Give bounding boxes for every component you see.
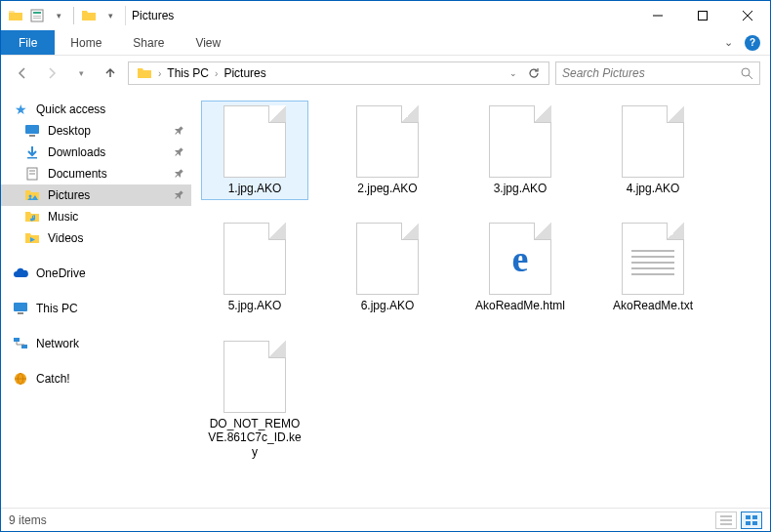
status-bar: 9 items: [1, 508, 770, 531]
sidebar-label: OneDrive: [36, 266, 86, 280]
nav-up-button[interactable]: [99, 61, 122, 85]
file-item[interactable]: DO_NOT_REMOVE.861C7c_ID.key: [201, 336, 308, 464]
window-title: Pictures: [126, 9, 174, 22]
nav-forward-button[interactable]: [40, 61, 63, 85]
file-item[interactable]: 1.jpg.AKO: [201, 101, 308, 200]
file-thumb: [356, 223, 419, 295]
music-icon: [24, 209, 40, 225]
address-dropdown-icon[interactable]: ⌄: [509, 68, 517, 78]
file-name-label: 3.jpg.AKO: [494, 182, 548, 195]
svg-rect-12: [27, 157, 37, 159]
sidebar-item-music[interactable]: Music: [1, 206, 191, 227]
file-name-label: AkoReadMe.html: [475, 299, 565, 312]
breadcrumb-seg-0[interactable]: This PC: [163, 66, 213, 80]
file-item[interactable]: AkoReadMe.txt: [599, 218, 707, 317]
sidebar-item-downloads[interactable]: Downloads: [1, 142, 191, 163]
titlebar-chevron-icon[interactable]: ▾: [101, 7, 119, 24]
sidebar-item-desktop[interactable]: Desktop: [1, 120, 191, 142]
file-name-label: DO_NOT_REMOVE.861C7c_ID.key: [206, 417, 304, 459]
file-thumb: [622, 223, 684, 295]
close-button[interactable]: [725, 1, 770, 30]
svg-rect-3: [33, 18, 41, 19]
star-icon: ★: [13, 102, 28, 117]
breadcrumb[interactable]: › This PC › Pictures ⌄: [128, 61, 549, 85]
sidebar-this-pc[interactable]: This PC: [1, 298, 191, 319]
sidebar-item-label: Downloads: [48, 145, 105, 159]
file-thumb: [223, 223, 286, 295]
chevron-right-icon[interactable]: ›: [158, 68, 161, 79]
svg-rect-18: [18, 312, 23, 314]
maximize-button[interactable]: [680, 1, 725, 30]
search-icon[interactable]: [740, 66, 753, 80]
file-name-label: 2.jpeg.AKO: [357, 182, 417, 195]
chevron-right-icon[interactable]: ›: [215, 68, 218, 79]
file-list[interactable]: 1.jpg.AKO2.jpeg.AKO3.jpg.AKO4.jpg.AKO5.j…: [191, 91, 770, 508]
desktop-icon: [24, 123, 40, 139]
svg-rect-2: [33, 16, 41, 17]
pin-icon: [172, 145, 185, 159]
file-item[interactable]: 6.jpg.AKO: [334, 218, 441, 317]
quick-access-toolbar: ▾ ▾: [1, 7, 125, 24]
file-thumb: [223, 341, 286, 413]
sidebar-catch[interactable]: Catch!: [1, 368, 191, 389]
ribbon-expand-icon[interactable]: ⌄: [724, 36, 733, 49]
sidebar-network[interactable]: Network: [1, 333, 191, 354]
svg-rect-28: [752, 521, 757, 525]
svg-rect-27: [746, 521, 751, 525]
edge-icon: e: [512, 237, 529, 280]
file-name-label: 4.jpg.AKO: [627, 182, 680, 195]
svg-rect-10: [25, 125, 39, 134]
view-large-icons-button[interactable]: [741, 512, 762, 529]
svg-rect-26: [752, 515, 757, 519]
sidebar-item-documents[interactable]: Documents: [1, 163, 191, 184]
file-name-label: AkoReadMe.txt: [613, 299, 693, 312]
qat-chevron-icon[interactable]: ▾: [50, 7, 67, 24]
properties-icon[interactable]: [28, 7, 46, 24]
sidebar-onedrive[interactable]: OneDrive: [1, 263, 191, 284]
monitor-icon: [13, 301, 28, 316]
minimize-button[interactable]: [635, 1, 680, 30]
file-item[interactable]: 2.jpeg.AKO: [334, 101, 441, 200]
cloud-icon: [13, 266, 28, 281]
view-details-button[interactable]: [715, 512, 737, 529]
svg-point-8: [742, 68, 750, 76]
svg-rect-1: [33, 12, 41, 14]
file-item[interactable]: 4.jpg.AKO: [599, 101, 707, 200]
help-icon[interactable]: ?: [745, 35, 760, 51]
search-input[interactable]: Search Pictures: [555, 61, 760, 85]
sidebar-item-label: Documents: [48, 167, 107, 181]
downloads-icon: [24, 144, 40, 160]
ribbon-tab-home[interactable]: Home: [55, 30, 117, 55]
pin-icon: [172, 188, 185, 202]
file-item[interactable]: eAkoReadMe.html: [467, 218, 574, 317]
folder-small-icon[interactable]: [80, 7, 98, 24]
titlebar: ▾ ▾ Pictures: [1, 1, 770, 30]
svg-rect-5: [699, 12, 708, 20]
file-thumb: [223, 105, 286, 178]
breadcrumb-seg-1[interactable]: Pictures: [220, 66, 269, 80]
sidebar-label: Network: [36, 337, 79, 350]
sidebar-item-label: Music: [48, 210, 78, 224]
file-thumb: e: [489, 223, 551, 295]
refresh-icon[interactable]: [527, 66, 541, 80]
sidebar-item-label: Desktop: [48, 124, 91, 138]
sidebar-item-videos[interactable]: Videos: [1, 227, 191, 249]
ribbon-tab-share[interactable]: Share: [117, 30, 180, 55]
svg-rect-11: [29, 135, 35, 137]
file-thumb: [356, 105, 419, 178]
nav-recent-button[interactable]: ▾: [69, 61, 93, 85]
nav-back-button[interactable]: [11, 61, 34, 85]
svg-rect-20: [21, 345, 27, 348]
breadcrumb-root-icon[interactable]: [133, 65, 156, 81]
file-name-label: 5.jpg.AKO: [228, 299, 282, 312]
ribbon-file-tab[interactable]: File: [1, 30, 55, 55]
explorer-window: ▾ ▾ Pictures File Home Share View ⌄ ?: [0, 0, 771, 532]
file-item[interactable]: 5.jpg.AKO: [201, 218, 308, 317]
ribbon-tabs: File Home Share View ⌄ ?: [1, 30, 770, 56]
videos-icon: [24, 230, 40, 246]
sidebar-item-pictures[interactable]: Pictures: [1, 184, 191, 206]
ribbon-tab-view[interactable]: View: [180, 30, 236, 55]
network-icon: [13, 336, 28, 351]
file-item[interactable]: 3.jpg.AKO: [467, 101, 574, 200]
sidebar-quick-access[interactable]: ★ Quick access: [1, 99, 191, 120]
